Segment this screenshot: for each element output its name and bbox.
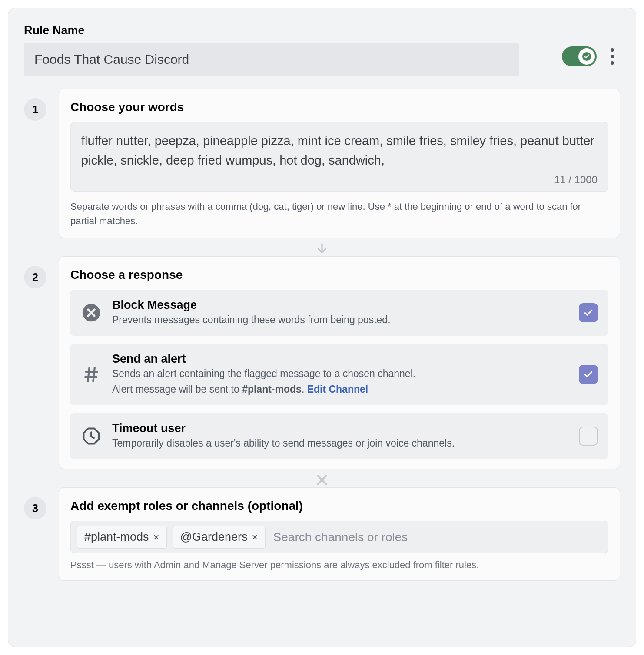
toggle-knob [578,48,595,65]
chip-remove-icon[interactable]: × [252,532,258,543]
words-box: fluffer nutter, peepza, pineapple pizza,… [70,122,608,192]
x-circle-icon [81,302,102,323]
step-2-row: 2 Choose a response Block Message Preven… [24,256,620,469]
block-checkbox[interactable] [579,303,598,322]
clock-octagon-icon [81,426,102,447]
words-input[interactable]: fluffer nutter, peepza, pineapple pizza,… [81,131,598,171]
check-icon [583,307,594,318]
exempt-search-input[interactable] [272,527,602,548]
timeout-desc: Temporarily disables a user's ability to… [112,436,568,450]
exempt-chip-channel: #plant-mods × [77,526,167,549]
alert-channel: #plant-mods [242,384,302,395]
choose-words-title: Choose your words [70,100,608,114]
timeout-checkbox[interactable] [579,427,598,446]
step-1-row: 1 Choose your words fluffer nutter, peep… [24,89,620,238]
hash-icon [81,364,102,385]
arrow-connector [24,241,620,256]
step-badge-3: 3 [24,497,46,519]
block-desc: Prevents messages containing these words… [112,313,568,327]
step-badge-1: 1 [24,98,46,121]
exempt-box[interactable]: #plant-mods × @Gardeners × [70,521,608,553]
check-icon [582,52,591,61]
header-row: Rule Name [24,24,620,76]
exempt-title: Add exempt roles or channels (optional) [70,499,608,513]
words-counter: 11 / 1000 [81,174,598,186]
alert-desc-2b: . [302,384,307,395]
rule-name-input[interactable] [24,43,519,76]
chip-remove-icon[interactable]: × [153,532,159,543]
alert-desc-2a: Alert message will be sent to [112,384,242,395]
check-icon [583,369,594,380]
x-connector [24,473,620,487]
automod-rule-panel: Rule Name 1 Choose your words fluff [8,8,636,647]
response-alert-body: Send an alert Sends an alert containing … [112,352,568,397]
exempt-note: Pssst — users with Admin and Manage Serv… [70,559,608,571]
chip-label: #plant-mods [84,530,149,544]
edit-channel-link[interactable]: Edit Channel [307,384,368,395]
enable-toggle[interactable] [562,46,597,66]
choose-response-title: Choose a response [70,268,608,282]
step-3-row: 3 Add exempt roles or channels (optional… [24,487,620,581]
arrow-down-icon [315,241,329,256]
response-block-body: Block Message Prevents messages containi… [112,298,568,327]
alert-checkbox[interactable] [579,365,598,384]
block-title: Block Message [112,298,568,312]
response-send-alert[interactable]: Send an alert Sends an alert containing … [70,344,608,405]
x-icon [315,473,329,487]
chip-label: @Gardeners [180,530,248,544]
rule-name-label: Rule Name [24,24,551,37]
exempt-chip-role: @Gardeners × [173,526,266,549]
more-options-button[interactable] [604,46,620,67]
alert-title: Send an alert [112,352,568,366]
alert-desc-2: Alert message will be sent to #plant-mod… [112,382,568,397]
choose-words-card: Choose your words fluffer nutter, peepza… [59,89,620,238]
choose-response-card: Choose a response Block Message Prevents… [59,256,620,469]
alert-desc-1: Sends an alert containing the flagged me… [112,367,568,381]
choose-words-helper: Separate words or phrases with a comma (… [70,199,608,228]
response-timeout-body: Timeout user Temporarily disables a user… [112,422,568,450]
response-block-message[interactable]: Block Message Prevents messages containi… [70,290,608,336]
response-timeout-user[interactable]: Timeout user Temporarily disables a user… [70,413,608,459]
header-right [562,34,620,67]
header-left: Rule Name [24,24,551,76]
step-badge-2: 2 [24,266,46,288]
timeout-title: Timeout user [112,422,568,435]
exempt-card: Add exempt roles or channels (optional) … [59,487,620,581]
